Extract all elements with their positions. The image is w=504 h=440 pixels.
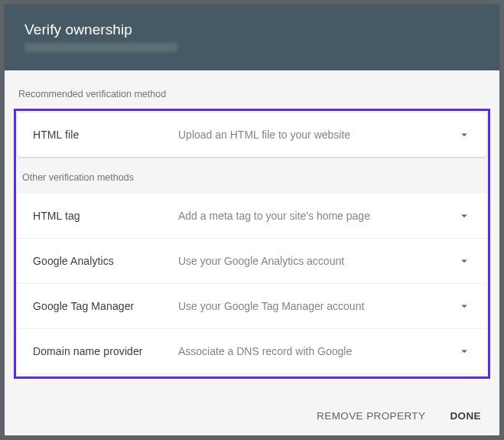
chevron-down-icon [457,209,471,223]
method-description: Use your Google Analytics account [178,255,457,267]
method-google-tag-manager[interactable]: Google Tag Manager Use your Google Tag M… [18,284,486,329]
property-url-blurred [24,43,177,52]
chevron-down-icon [457,254,471,268]
method-description: Associate a DNS record with Google [178,345,457,357]
other-section-label: Other verification methods [22,172,486,183]
dialog-header: Verify ownership [5,5,499,70]
verify-ownership-dialog: Verify ownership Recommended verificatio… [5,5,499,435]
dialog-footer: Remove Property Done [5,396,499,435]
method-name: HTML file [33,129,178,141]
done-button[interactable]: Done [448,407,483,425]
methods-highlight-box: HTML file Upload an HTML file to your we… [14,109,490,379]
method-html-file[interactable]: HTML file Upload an HTML file to your we… [18,112,486,157]
method-name: Google Tag Manager [33,300,178,312]
method-name: Google Analytics [33,255,178,267]
method-description: Add a meta tag to your site's home page [178,210,457,222]
method-html-tag[interactable]: HTML tag Add a meta tag to your site's h… [18,194,486,239]
method-name: Domain name provider [33,345,178,357]
method-description: Use your Google Tag Manager account [178,300,457,312]
dialog-content: Recommended verification method HTML fil… [5,70,499,396]
chevron-down-icon [457,344,471,358]
method-google-analytics[interactable]: Google Analytics Use your Google Analyti… [18,239,486,284]
method-domain-name-provider[interactable]: Domain name provider Associate a DNS rec… [18,329,486,373]
method-name: HTML tag [33,210,178,222]
chevron-down-icon [457,128,471,142]
remove-property-button[interactable]: Remove Property [315,407,427,425]
recommended-section-label: Recommended verification method [18,89,490,99]
dialog-title: Verify ownership [24,21,480,38]
chevron-down-icon [457,299,471,313]
method-description: Upload an HTML file to your website [178,129,457,141]
